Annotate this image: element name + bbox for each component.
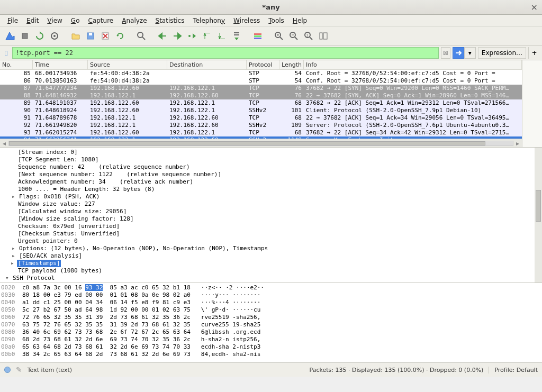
close-icon[interactable]: × (531, 2, 538, 12)
jump-to-icon[interactable] (185, 29, 199, 43)
svg-rect-10 (219, 39, 225, 39)
tree-item[interactable]: Window size value: 227 (4, 200, 542, 208)
tree-item[interactable]: [Window size scaling factor: 128] (4, 215, 542, 223)
tree-item[interactable]: [Next sequence number: 1122 (relative se… (4, 171, 542, 178)
column-destination[interactable]: Destination (167, 60, 247, 69)
scroll-right-icon[interactable]: ▸ (513, 140, 522, 147)
hex-row: 00505c 27 b2 67 50 ad 64 98 1d 92 00 00 … (1, 306, 542, 314)
tree-item[interactable]: Sequence number: 42 (relative sequence n… (4, 163, 542, 171)
menu-wireless[interactable]: Wireless (230, 16, 263, 25)
column-time[interactable]: Time (33, 60, 88, 69)
svg-rect-11 (234, 32, 239, 33)
status-profile[interactable]: Profile: Default (489, 367, 538, 373)
colorize-icon[interactable] (251, 29, 265, 43)
zoom-in-icon[interactable] (272, 29, 286, 43)
save-icon[interactable] (84, 29, 97, 43)
expert-info-icon[interactable] (4, 367, 11, 373)
tree-item-sshv2[interactable]: SSH Version 2 (encryption:chacha20-poly1… (4, 282, 542, 283)
tree-item-options[interactable]: Options: (12 bytes), No-Operation (NOP),… (4, 245, 542, 252)
tree-item[interactable]: Acknowledgment number: 34 (relative ack … (4, 178, 542, 186)
hex-row: 007063 75 72 76 65 32 35 35 31 39 2d 73 … (1, 321, 542, 329)
svg-rect-9 (204, 33, 210, 33)
zoom-out-icon[interactable] (287, 29, 301, 43)
packet-details[interactable]: [Stream index: 0] [TCP Segment Len: 1080… (0, 148, 542, 283)
open-file-icon[interactable] (69, 29, 83, 43)
packet-minimap[interactable] (522, 60, 542, 147)
tree-item[interactable]: [Checksum Status: Unverified] (4, 230, 542, 238)
packet-row[interactable]: 9171.648789678192.168.122.1192.168.122.6… (0, 114, 522, 122)
packet-bytes[interactable]: 0020c0 a8 7a 3c 00 16 93 32 85 a3 ac c0 … (0, 283, 542, 362)
resize-columns-icon[interactable] (317, 29, 330, 43)
clear-filter-icon[interactable]: ⊠ (441, 47, 450, 59)
go-first-icon[interactable] (200, 29, 214, 43)
svg-rect-15 (254, 38, 261, 39)
packet-row[interactable]: 8568.001734936fe:54:00:d4:38:2aSTP54Conf… (0, 70, 522, 77)
packet-row[interactable]: 9371.662015274192.168.122.60192.168.122.… (0, 129, 522, 136)
svg-point-2 (53, 35, 56, 37)
menu-help[interactable]: Help (290, 16, 310, 25)
packet-row[interactable]: 9071.648618924192.168.122.60192.168.122.… (0, 107, 522, 114)
column-length[interactable]: Length (279, 60, 304, 69)
tree-item[interactable]: Urgent pointer: 0 (4, 238, 542, 245)
apply-filter-icon[interactable] (453, 47, 464, 59)
bookmark-icon[interactable]: ▯ (2, 49, 10, 57)
go-back-icon[interactable] (156, 29, 169, 43)
menu-telephony[interactable]: Telephony (189, 16, 228, 25)
expression-button[interactable]: Expression… (478, 47, 526, 59)
pencil-icon[interactable]: ✎ (16, 366, 22, 374)
auto-scroll-icon[interactable] (230, 29, 243, 43)
close-file-icon[interactable] (98, 29, 112, 43)
packet-list-headers[interactable]: No. Time Source Destination Protocol Len… (0, 60, 522, 70)
tree-item[interactable]: 1000 .... = Header Length: 32 bytes (8) (4, 186, 542, 193)
reload-icon[interactable] (113, 29, 127, 43)
tree-item[interactable]: [Calculated window size: 29056] (4, 208, 542, 215)
packet-row[interactable]: 9271.661949820192.168.122.1192.168.122.6… (0, 122, 522, 129)
tree-item[interactable]: Checksum: 0x79ed [unverified] (4, 223, 542, 230)
packet-row[interactable]: 8971.648191037192.168.122.60192.168.122.… (0, 99, 522, 107)
column-info[interactable]: Info (304, 60, 522, 69)
svg-point-8 (188, 35, 191, 37)
menu-view[interactable]: View (44, 16, 65, 25)
menu-tools[interactable]: Tools (265, 16, 287, 25)
tree-item-seqack[interactable]: [SEQ/ACK analysis] (4, 252, 542, 260)
scroll-left-icon[interactable]: ◂ (0, 140, 8, 147)
restart-icon[interactable] (33, 29, 47, 43)
column-source[interactable]: Source (88, 60, 167, 69)
svg-rect-14 (254, 35, 261, 37)
menu-capture[interactable]: Capture (85, 16, 116, 25)
filterbar: ▯ ⊠ ▾ Expression… + (0, 45, 542, 60)
tree-item[interactable]: TCP payload (1080 bytes) (4, 267, 542, 275)
go-last-icon[interactable] (215, 29, 229, 43)
tree-item-flags[interactable]: Flags: 0x018 (PSH, ACK) (4, 193, 542, 200)
column-protocol[interactable]: Protocol (247, 60, 279, 69)
menu-go[interactable]: Go (68, 16, 83, 25)
menu-edit[interactable]: Edit (23, 16, 42, 25)
svg-rect-12 (234, 34, 239, 35)
find-icon[interactable] (134, 29, 148, 43)
shark-fin-icon[interactable] (3, 29, 17, 43)
tree-item[interactable]: [TCP Segment Len: 1080] (4, 156, 542, 163)
tree-item-timestamps[interactable]: [Timestamps] (17, 260, 61, 267)
column-no[interactable]: No. (0, 60, 33, 69)
menu-statistics[interactable]: Statistics (152, 16, 188, 25)
packet-list[interactable]: No. Time Source Destination Protocol Len… (0, 60, 522, 147)
tree-item[interactable]: [Stream index: 0] (4, 149, 542, 156)
window-title: *any (262, 3, 279, 11)
packet-row[interactable]: 8771.647777234192.168.122.60192.168.122.… (0, 85, 522, 92)
display-filter-input[interactable] (12, 47, 439, 59)
zoom-reset-icon[interactable]: 1 (302, 29, 315, 43)
menu-analyze[interactable]: Analyze (119, 16, 150, 25)
menu-file[interactable]: File (4, 16, 21, 25)
hex-row: 0040a1 dd c1 25 00 00 04 34 06 14 f5 e8 … (1, 299, 542, 306)
go-forward-icon[interactable] (170, 29, 184, 43)
horizontal-scrollbar[interactable]: ◂ ▸ (0, 139, 522, 147)
add-filter-button[interactable]: + (528, 47, 540, 59)
vertical-scrollbar[interactable] (535, 148, 542, 282)
filter-history-icon[interactable]: ▾ (464, 47, 476, 59)
svg-text:1: 1 (306, 33, 308, 38)
packet-row[interactable]: 8871.648146932192.168.122.1192.168.122.6… (0, 92, 522, 99)
stop-icon[interactable] (18, 29, 32, 43)
packet-row[interactable]: 8670.013850163fe:54:00:d4:38:2aSTP54Conf… (0, 77, 522, 85)
options-icon[interactable] (48, 29, 61, 43)
tree-item-ssh[interactable]: SSH Protocol (8, 275, 542, 282)
